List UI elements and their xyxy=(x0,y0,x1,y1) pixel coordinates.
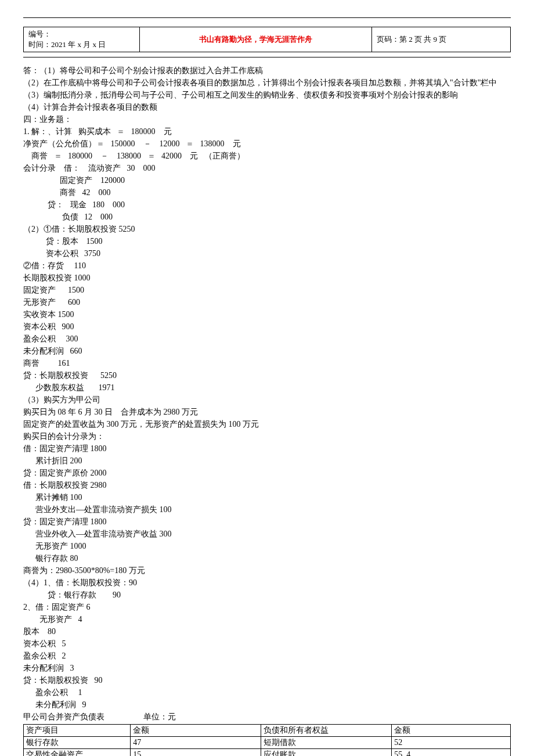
body-line: 四：业务题： xyxy=(23,113,511,125)
body-line: 净资产（公允价值）＝ 150000 － 12000 ＝ 138000 元 xyxy=(23,138,511,150)
header-motto: 书山有路勤为径，学海无涯苦作舟 xyxy=(199,35,312,44)
header-table: 编号： 时间：2021 年 x 月 x 日 书山有路勤为径，学海无涯苦作舟 页码… xyxy=(23,27,511,52)
table-cell: 金额 xyxy=(131,725,261,737)
balance-sheet-table: 资产项目金额负债和所有者权益金额银行存款47短期借款52交易性金融资产15应付账… xyxy=(23,724,511,756)
body-line: 固定资产的处置收益为 300 万元，无形资产的处置损失为 100 万元 xyxy=(23,418,511,430)
body-line: （4）计算合并会计报表各项目的数额 xyxy=(23,101,511,113)
table-cell: 15 xyxy=(131,749,261,757)
body-line: 购买日的会计分录为： xyxy=(23,430,511,442)
body-line: 资本公积 5 xyxy=(23,638,511,650)
body-line: 盈余公积 300 xyxy=(23,333,511,345)
body-line: 商誉为：2980-3500*80%=180 万元 xyxy=(23,564,511,577)
table-cell: 交易性金融资产 xyxy=(24,749,131,757)
table-cell: 负债和所有者权益 xyxy=(261,725,392,737)
table-cell: 资产项目 xyxy=(24,725,131,737)
body-line: 贷：银行存款 90 xyxy=(23,589,511,601)
body-line: 实收资本 1500 xyxy=(23,308,511,321)
body-line: 无形资产 600 xyxy=(23,296,511,308)
table-cell: 52 xyxy=(392,737,511,749)
table-cell: 47 xyxy=(131,737,261,749)
table-row: 交易性金融资产15应付账款55. 4 xyxy=(24,749,511,757)
body-line: 累计折旧 200 xyxy=(23,455,511,467)
body-line: 会计分录 借： 流动资产 30 000 xyxy=(23,162,511,174)
body-line: 购买日为 08 年 6 月 30 日 合并成本为 2980 万元 xyxy=(23,406,511,418)
table-cell: 金额 xyxy=(392,725,511,737)
body-line: 商誉 ＝ 180000 － 138000 ＝ 42000 元 （正商誉） xyxy=(23,150,511,162)
body-line: 股本 80 xyxy=(23,625,511,638)
serial-label: 编号： xyxy=(28,29,135,39)
body-line: 贷：固定资产原价 2000 xyxy=(23,467,511,479)
body-line: 贷：固定资产清理 1800 xyxy=(23,516,511,528)
body-line: 贷：长期股权投资 90 xyxy=(23,674,511,686)
body-line: 1. 解：、计算 购买成本 ＝ 180000 元 xyxy=(23,125,511,138)
body-line: （2）①借：长期股权投资 5250 xyxy=(23,223,511,235)
body-line: （3）购买方为甲公司 xyxy=(23,394,511,406)
body-line: 营业外支出—处置非流动资产损失 100 xyxy=(23,503,511,516)
body-line: （4）1、借：长期股权投资：90 xyxy=(23,577,511,589)
body-line: 甲公司合并资产负债表 单位：元 xyxy=(23,711,511,723)
body-line: 借：长期股权投资 2980 xyxy=(23,479,511,491)
body-line: 少数股东权益 1971 xyxy=(23,381,511,394)
body-content: 答：（1）将母公司和子公司个别会计报表的数据过入合并工作底稿（2）在工作底稿中将… xyxy=(23,64,511,723)
top-rule xyxy=(23,17,511,18)
body-line: 固定资产 120000 xyxy=(23,174,511,186)
body-line: 借：固定资产清理 1800 xyxy=(23,442,511,455)
document-page: 编号： 时间：2021 年 x 月 x 日 书山有路勤为径，学海无涯苦作舟 页码… xyxy=(0,0,534,756)
body-line: （3）编制抵消分录，抵消母公司与子公司、子公司相互之间发生的购销业务、债权债务和… xyxy=(23,89,511,101)
body-line: 盈余公积 1 xyxy=(23,686,511,699)
body-line: ②借：存货 110 xyxy=(23,260,511,272)
table-cell: 55. 4 xyxy=(392,749,511,757)
body-line: 答：（1）将母公司和子公司个别会计报表的数据过入合并工作底稿 xyxy=(23,64,511,77)
body-line: 贷： 现金 180 000 xyxy=(23,199,511,211)
table-row: 资产项目金额负债和所有者权益金额 xyxy=(24,725,511,737)
body-line: 未分配利润 3 xyxy=(23,662,511,674)
body-line: 贷：股本 1500 xyxy=(23,235,511,247)
table-cell: 短期借款 xyxy=(261,737,392,749)
body-line: 营业外收入—处置非流动资产收益 300 xyxy=(23,528,511,540)
table-cell: 应付账款 xyxy=(261,749,392,757)
table-row: 银行存款47短期借款52 xyxy=(24,737,511,749)
body-line: 资本公积 3750 xyxy=(23,247,511,260)
header-left-cell: 编号： 时间：2021 年 x 月 x 日 xyxy=(24,27,140,52)
body-line: 贷：长期股权投资 5250 xyxy=(23,369,511,381)
body-line: 无形资产 1000 xyxy=(23,540,511,552)
body-line: 未分配利润 660 xyxy=(23,345,511,357)
body-line: 无形资产 4 xyxy=(23,613,511,625)
body-line: 商誉 161 xyxy=(23,357,511,369)
table-cell: 银行存款 xyxy=(24,737,131,749)
body-line: （2）在工作底稿中将母公司和子公司会计报表各项目的数据加总，计算得出个别会计报表… xyxy=(23,77,511,89)
body-line: 负债 12 000 xyxy=(23,211,511,223)
body-line: 银行存款 80 xyxy=(23,552,511,564)
body-line: 长期股权投资 1000 xyxy=(23,272,511,284)
body-line: 未分配利润 9 xyxy=(23,699,511,711)
body-line: 盈余公积 2 xyxy=(23,650,511,662)
body-line: 商誉 42 000 xyxy=(23,186,511,199)
header-page-label: 页码：第 2 页 共 9 页 xyxy=(377,35,446,44)
header-right-cell: 页码：第 2 页 共 9 页 xyxy=(372,27,511,52)
body-line: 累计摊销 100 xyxy=(23,491,511,503)
body-line: 资本公积 900 xyxy=(23,321,511,333)
mid-rule xyxy=(23,57,511,57)
body-line: 2、借：固定资产 6 xyxy=(23,601,511,613)
body-line: 固定资产 1500 xyxy=(23,284,511,296)
header-center-cell: 书山有路勤为径，学海无涯苦作舟 xyxy=(140,27,372,52)
time-label: 时间：2021 年 x 月 x 日 xyxy=(28,39,135,50)
